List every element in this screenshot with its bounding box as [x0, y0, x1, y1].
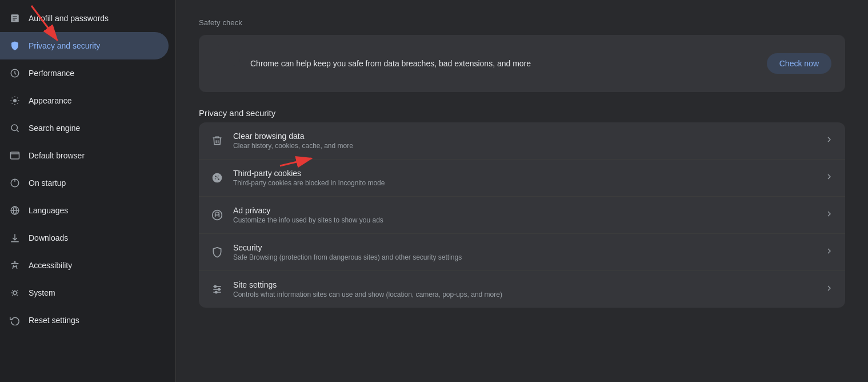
- sidebar-item-on-startup[interactable]: On startup: [0, 169, 169, 197]
- sidebar-item-autofill[interactable]: Autofill and passwords: [0, 5, 169, 32]
- third-party-cookies-text: Third-party cookiesThird-party cookies a…: [233, 169, 815, 187]
- sidebar-item-label-default-browser: Default browser: [29, 151, 85, 160]
- site-settings-chevron-icon: [825, 284, 834, 295]
- ad-privacy-text: Ad privacyCustomize the info used by sit…: [233, 206, 815, 224]
- svg-point-29: [215, 291, 217, 293]
- system-icon: [9, 287, 21, 299]
- site-settings-title: Site settings: [233, 280, 815, 289]
- security-icon: [210, 245, 224, 259]
- svg-rect-8: [11, 152, 19, 159]
- clear-browsing-data-icon: [210, 134, 224, 148]
- sidebar-item-label-appearance: Appearance: [29, 96, 72, 105]
- svg-point-6: [11, 125, 18, 131]
- sidebar-item-languages[interactable]: Languages: [0, 197, 169, 224]
- sidebar-item-label-reset-settings: Reset settings: [29, 316, 79, 325]
- security-text: SecuritySafe Browsing (protection from d…: [233, 243, 815, 261]
- privacy-icon: [9, 40, 21, 51]
- settings-item-security[interactable]: SecuritySafe Browsing (protection from d…: [199, 234, 845, 271]
- clear-browsing-data-chevron-icon: [825, 135, 834, 146]
- sidebar-item-label-system: System: [29, 288, 55, 297]
- site-settings-icon: [210, 282, 224, 296]
- privacy-section-title: Privacy and security: [199, 108, 845, 118]
- svg-point-28: [218, 288, 220, 290]
- reset-settings-icon: [9, 315, 21, 326]
- languages-icon: [9, 205, 21, 216]
- third-party-cookies-icon: [210, 171, 224, 185]
- svg-point-15: [13, 291, 17, 295]
- site-settings-text: Site settingsControls what information s…: [233, 280, 815, 299]
- default-browser-icon: [9, 150, 21, 161]
- ad-privacy-icon: [210, 208, 224, 222]
- security-chevron-icon: [825, 246, 834, 258]
- sidebar-item-label-on-startup: On startup: [29, 178, 66, 188]
- site-settings-subtitle: Controls what information sites can use …: [233, 291, 815, 299]
- performance-icon: [9, 67, 21, 79]
- ad-privacy-title: Ad privacy: [233, 206, 815, 215]
- sidebar: Autofill and passwordsPrivacy and securi…: [0, 0, 176, 382]
- safety-check-shield-icon: [213, 45, 240, 66]
- svg-point-21: [217, 177, 218, 178]
- sidebar-item-reset-settings[interactable]: Reset settings: [0, 307, 169, 334]
- svg-point-18: [218, 176, 219, 177]
- sidebar-item-downloads[interactable]: Downloads: [0, 224, 169, 252]
- svg-point-14: [14, 261, 16, 263]
- security-title: Security: [233, 243, 815, 252]
- check-now-button[interactable]: Check now: [767, 53, 831, 74]
- privacy-settings-list: Clear browsing dataClear history, cookie…: [199, 122, 845, 308]
- sidebar-item-label-languages: Languages: [29, 206, 68, 215]
- downloads-icon: [9, 232, 21, 244]
- sidebar-item-label-accessibility: Accessibility: [29, 261, 72, 270]
- svg-point-17: [215, 176, 217, 177]
- third-party-cookies-title: Third-party cookies: [233, 169, 815, 178]
- ad-privacy-subtitle: Customize the info used by sites to show…: [233, 216, 815, 224]
- safety-check-card: Chrome can help keep you safe from data …: [199, 35, 845, 92]
- svg-point-20: [218, 178, 219, 180]
- safety-check-text: Chrome can help keep you safe from data …: [250, 59, 757, 68]
- sidebar-item-performance[interactable]: Performance: [0, 59, 169, 87]
- svg-point-5: [13, 99, 17, 102]
- security-subtitle: Safe Browsing (protection from dangerous…: [233, 253, 815, 261]
- clear-browsing-data-subtitle: Clear history, cookies, cache, and more: [233, 142, 815, 150]
- sidebar-item-search-engine[interactable]: Search engine: [0, 114, 169, 142]
- settings-item-site-settings[interactable]: Site settingsControls what information s…: [199, 271, 845, 308]
- sidebar-item-label-performance: Performance: [29, 69, 74, 78]
- sidebar-item-label-search-engine: Search engine: [29, 124, 80, 133]
- sidebar-item-privacy[interactable]: Privacy and security: [0, 32, 169, 59]
- main-content: Safety check Chrome can help keep you sa…: [176, 0, 868, 382]
- safety-check-section-title: Safety check: [199, 18, 845, 27]
- settings-item-third-party-cookies[interactable]: Third-party cookiesThird-party cookies a…: [199, 160, 845, 197]
- settings-item-ad-privacy[interactable]: Ad privacyCustomize the info used by sit…: [199, 197, 845, 234]
- autofill-icon: [9, 13, 21, 24]
- sidebar-item-system[interactable]: System: [0, 279, 169, 307]
- clear-browsing-data-text: Clear browsing dataClear history, cookie…: [233, 132, 815, 150]
- on-startup-icon: [9, 177, 21, 189]
- search-engine-icon: [9, 122, 21, 134]
- appearance-icon: [9, 95, 21, 106]
- ad-privacy-chevron-icon: [825, 209, 834, 221]
- clear-browsing-data-title: Clear browsing data: [233, 132, 815, 141]
- sidebar-item-label-downloads: Downloads: [29, 233, 68, 242]
- sidebar-item-label-autofill: Autofill and passwords: [29, 14, 109, 23]
- accessibility-icon: [9, 260, 21, 271]
- sidebar-item-appearance[interactable]: Appearance: [0, 87, 169, 114]
- sidebar-item-accessibility[interactable]: Accessibility: [0, 252, 169, 279]
- svg-point-19: [215, 178, 216, 180]
- third-party-cookies-chevron-icon: [825, 172, 834, 184]
- svg-point-27: [214, 285, 216, 287]
- sidebar-item-label-privacy: Privacy and security: [29, 41, 100, 50]
- settings-item-clear-browsing-data[interactable]: Clear browsing dataClear history, cookie…: [199, 122, 845, 160]
- sidebar-item-default-browser[interactable]: Default browser: [0, 142, 169, 169]
- svg-line-7: [17, 130, 18, 132]
- third-party-cookies-subtitle: Third-party cookies are blocked in Incog…: [233, 179, 815, 187]
